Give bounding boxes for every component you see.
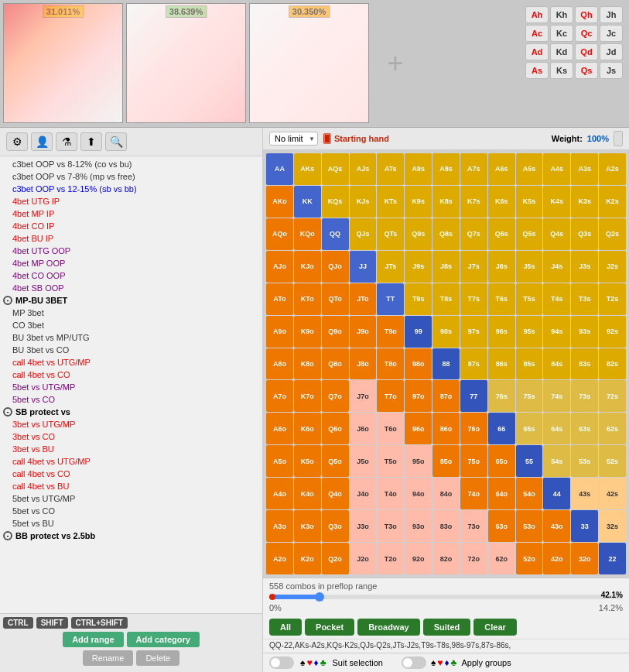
- hand-cell-T6s[interactable]: T6s: [488, 283, 515, 315]
- hand-cell-92s[interactable]: 92s: [599, 316, 626, 348]
- hand-cell-A2o[interactable]: A2o: [266, 543, 293, 574]
- hand-cell-T2s[interactable]: T2s: [599, 283, 626, 315]
- hand-cell-A3o[interactable]: A3o: [266, 510, 293, 542]
- hand-cell-Q7s[interactable]: Q7s: [460, 218, 487, 250]
- hand-cell-93s[interactable]: 93s: [571, 316, 598, 348]
- hand-cell-KTs[interactable]: KTs: [377, 186, 404, 218]
- hand-cell-T8s[interactable]: T8s: [432, 283, 460, 315]
- hand-cell-A5o[interactable]: A5o: [266, 445, 293, 477]
- hand-cell-QJs[interactable]: QJs: [350, 218, 377, 250]
- hand-cell-86s[interactable]: 86s: [488, 348, 515, 380]
- hand-cell-85o[interactable]: 85o: [432, 445, 460, 477]
- hand-cell-J8o[interactable]: J8o: [350, 348, 377, 380]
- list-item-6[interactable]: 4bet BU IP: [0, 232, 262, 245]
- list-item-14[interactable]: BU 3bet vs MP/UTG: [0, 331, 262, 344]
- list-item-19[interactable]: 5bet vs CO: [0, 393, 262, 406]
- hand-cell-84o[interactable]: 84o: [432, 478, 460, 509]
- list-item-8[interactable]: 4bet MP OOP: [0, 257, 262, 269]
- hand-cell-42o[interactable]: 42o: [543, 543, 570, 574]
- range-handle[interactable]: [315, 592, 324, 602]
- hand-cell-J6o[interactable]: J6o: [350, 413, 377, 444]
- collapse-sb[interactable]: -: [3, 407, 12, 417]
- hand-cell-A8o[interactable]: A8o: [266, 348, 293, 380]
- hand-cell-A6s[interactable]: A6s: [488, 153, 515, 185]
- hand-cell-85s[interactable]: 85s: [516, 348, 543, 380]
- list-item-22[interactable]: 3bet vs CO: [0, 430, 262, 443]
- list-item-12[interactable]: MP 3bet: [0, 307, 262, 319]
- hand-cell-T4o[interactable]: T4o: [377, 478, 404, 509]
- hand-cell-62s[interactable]: 62s: [599, 413, 626, 444]
- hand-cell-92o[interactable]: 92o: [405, 543, 432, 574]
- hand-cell-Q4o[interactable]: Q4o: [322, 478, 349, 509]
- hand-cell-A3s[interactable]: A3s: [571, 153, 598, 185]
- hand-cell-T4s[interactable]: T4s: [543, 283, 570, 315]
- hand-cell-QJo[interactable]: QJo: [322, 251, 349, 283]
- hand-cell-A6o[interactable]: A6o: [266, 413, 293, 444]
- delete-button[interactable]: Delete: [136, 650, 179, 666]
- list-group-sb[interactable]: - SB protect vs: [0, 406, 262, 418]
- hand-cell-Q2s[interactable]: Q2s: [599, 218, 626, 250]
- card-Jc[interactable]: Jc: [600, 25, 623, 42]
- hand-cell-K9s[interactable]: K9s: [405, 186, 432, 218]
- hand-cell-74o[interactable]: 74o: [460, 478, 487, 509]
- hand-cell-43s[interactable]: 43s: [571, 478, 598, 509]
- hand-cell-A7s[interactable]: A7s: [460, 153, 487, 185]
- hand-cell-A9s[interactable]: A9s: [405, 153, 432, 185]
- hand-cell-66[interactable]: 66: [488, 413, 515, 444]
- hand-cell-AQo[interactable]: AQo: [266, 218, 293, 250]
- list-item-5[interactable]: 4bet CO IP: [0, 220, 262, 232]
- hand-cell-T2o[interactable]: T2o: [377, 543, 404, 574]
- card-As[interactable]: As: [525, 62, 549, 79]
- hand-cell-86o[interactable]: 86o: [432, 413, 460, 444]
- hand-cell-KQo[interactable]: KQo: [294, 218, 321, 250]
- list-item-9[interactable]: 4bet CO OOP: [0, 269, 262, 282]
- user-button[interactable]: 👤: [31, 132, 53, 151]
- hand-cell-K2s[interactable]: K2s: [599, 186, 626, 218]
- list-item-3[interactable]: 4bet UTG IP: [0, 195, 262, 207]
- hand-cell-63o[interactable]: 63o: [488, 510, 515, 542]
- hand-cell-64o[interactable]: 64o: [488, 478, 515, 509]
- hand-cell-KQs[interactable]: KQs: [322, 186, 349, 218]
- list-item-24[interactable]: call 4bet vs UTG/MP: [0, 455, 262, 468]
- hand-cell-83s[interactable]: 83s: [571, 348, 598, 380]
- clear-button[interactable]: Clear: [473, 619, 517, 636]
- list-item-28[interactable]: 5bet vs CO: [0, 505, 262, 517]
- hand-cell-A5s[interactable]: A5s: [516, 153, 543, 185]
- hand-cell-QTo[interactable]: QTo: [322, 283, 349, 315]
- hand-cell-ATo[interactable]: ATo: [266, 283, 293, 315]
- hand-cell-Q9s[interactable]: Q9s: [405, 218, 432, 250]
- hand-cell-Q2o[interactable]: Q2o: [322, 543, 349, 574]
- hand-cell-J8s[interactable]: J8s: [432, 251, 460, 283]
- hand-cell-Q4s[interactable]: Q4s: [543, 218, 570, 250]
- list-item-2[interactable]: c3bet OOP vs 12-15% (sb vs bb): [0, 183, 262, 195]
- hand-cell-AQs[interactable]: AQs: [322, 153, 349, 185]
- hand-cell-JTo[interactable]: JTo: [350, 283, 377, 315]
- hand-cell-94s[interactable]: 94s: [543, 316, 570, 348]
- hand-cell-Q6o[interactable]: Q6o: [322, 413, 349, 444]
- hand-cell-43o[interactable]: 43o: [543, 510, 570, 542]
- list-item-1[interactable]: c3bet OOP vs 7-8% (mp vs free): [0, 170, 262, 183]
- hand-cell-Q5s[interactable]: Q5s: [516, 218, 543, 250]
- list-item-17[interactable]: call 4bet vs CO: [0, 369, 262, 381]
- hand-cell-65o[interactable]: 65o: [488, 445, 515, 477]
- preview-box-2[interactable]: 38.639%: [126, 3, 246, 123]
- hand-cell-K4o[interactable]: K4o: [294, 478, 321, 509]
- hand-cell-T6o[interactable]: T6o: [377, 413, 404, 444]
- hand-cell-52s[interactable]: 52s: [599, 445, 626, 477]
- hand-cell-A9o[interactable]: A9o: [266, 316, 293, 348]
- hand-cell-Q5o[interactable]: Q5o: [322, 445, 349, 477]
- pocket-button[interactable]: Pocket: [305, 619, 354, 636]
- hand-cell-T3s[interactable]: T3s: [571, 283, 598, 315]
- hand-cell-J9s[interactable]: J9s: [405, 251, 432, 283]
- hand-cell-65s[interactable]: 65s: [516, 413, 543, 444]
- export-button[interactable]: ⬆: [80, 132, 102, 151]
- card-Ks[interactable]: Ks: [550, 62, 573, 79]
- hand-cell-T5s[interactable]: T5s: [516, 283, 543, 315]
- hand-cell-K8o[interactable]: K8o: [294, 348, 321, 380]
- hand-cell-J7s[interactable]: J7s: [460, 251, 487, 283]
- hand-cell-K3o[interactable]: K3o: [294, 510, 321, 542]
- list-item-25[interactable]: call 4bet vs CO: [0, 468, 262, 480]
- hand-cell-33[interactable]: 33: [571, 510, 598, 542]
- list-group-mp-bu[interactable]: - MP-BU 3BET: [0, 294, 262, 307]
- hand-cell-44[interactable]: 44: [543, 478, 570, 509]
